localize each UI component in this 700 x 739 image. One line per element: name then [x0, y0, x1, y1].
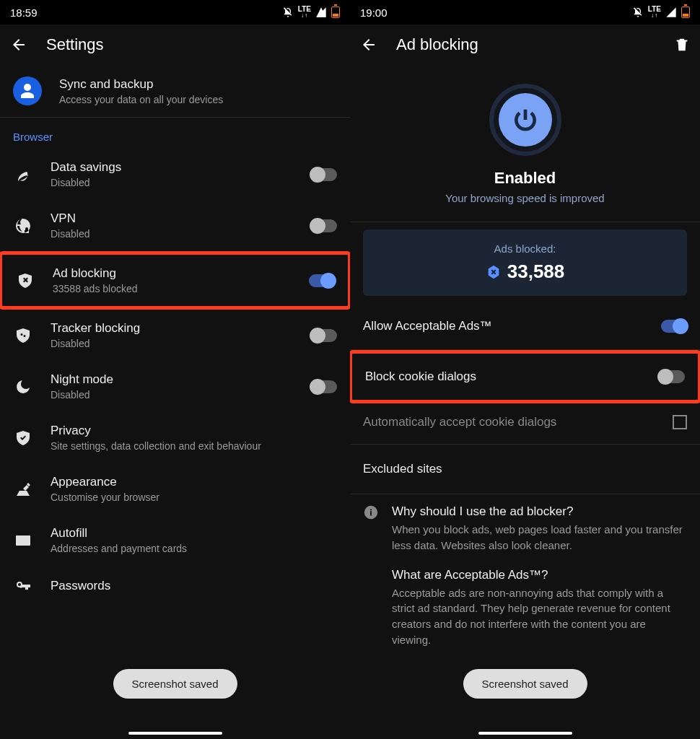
sync-title: Sync and backup: [59, 77, 337, 92]
signal-icon: [315, 6, 327, 18]
power-status: Enabled Your browsing speed is improved: [350, 65, 700, 222]
data-savings-toggle[interactable]: [311, 168, 337, 181]
excluded-sites-row[interactable]: Excluded sites: [350, 445, 700, 494]
enabled-title: Enabled: [350, 169, 700, 188]
info-acceptable: What are Acceptable Ads™? Acceptable ads…: [350, 564, 700, 658]
data-savings-row[interactable]: Data savingsDisabled: [0, 149, 350, 200]
dnd-icon: [282, 6, 294, 18]
tracker-toggle[interactable]: [311, 329, 337, 342]
globe-lock-icon: [14, 217, 32, 235]
power-button[interactable]: [489, 84, 561, 156]
vpn-row[interactable]: VPNDisabled: [0, 200, 350, 251]
block-cookie-row[interactable]: Block cookie dialogs: [352, 354, 698, 400]
dnd-icon: [632, 6, 644, 18]
ad-blocking-row[interactable]: Ad blocking33588 ads blocked: [2, 255, 348, 306]
paint-icon: [14, 481, 32, 498]
power-icon: [512, 106, 539, 134]
appearance-row[interactable]: AppearanceCustomise your browser: [0, 463, 350, 515]
signal-icon: [665, 6, 677, 18]
trash-icon[interactable]: [674, 37, 690, 53]
vpn-toggle[interactable]: [311, 219, 337, 232]
back-icon[interactable]: [360, 36, 377, 53]
status-icons: LTE↓↑: [282, 6, 340, 19]
header: Settings: [0, 25, 350, 65]
card-icon: [14, 532, 32, 549]
toast: Screenshot saved: [113, 669, 237, 699]
info-icon: [363, 504, 379, 520]
allow-acceptable-ads-row[interactable]: Allow Acceptable Ads™: [350, 303, 700, 349]
block-cookie-toggle[interactable]: [659, 370, 685, 383]
night-toggle[interactable]: [311, 380, 337, 393]
shield-check-icon: [14, 429, 32, 447]
shield-x-icon: [17, 272, 34, 289]
toast: Screenshot saved: [463, 669, 587, 699]
header: Ad blocking: [350, 25, 700, 65]
leaf-icon: [14, 166, 32, 183]
passwords-row[interactable]: Passwords: [0, 566, 350, 598]
nav-handle[interactable]: [478, 732, 572, 735]
auto-accept-checkbox: [673, 415, 687, 429]
clock: 18:59: [10, 6, 38, 19]
lte-icon: LTE↓↑: [648, 6, 661, 19]
autofill-row[interactable]: AutofillAddresses and payment cards: [0, 515, 350, 566]
tracker-row[interactable]: Tracker blockingDisabled: [0, 310, 350, 361]
stat-count: 33,588: [507, 261, 565, 283]
lte-icon: LTE↓↑: [298, 6, 311, 19]
clock: 19:00: [360, 6, 388, 19]
sync-row[interactable]: Sync and backup Access your data on all …: [0, 65, 350, 117]
ads-blocked-card: Ads blocked: 33,588: [363, 229, 687, 296]
avatar-icon: [13, 76, 42, 105]
ad-blocking-toggle[interactable]: [309, 274, 335, 287]
screen-settings: 18:59 LTE↓↑ Settings Sync and backup Acc…: [0, 0, 350, 739]
status-icons: LTE↓↑: [632, 6, 690, 19]
highlight-ad-blocking: Ad blocking33588 ads blocked: [0, 251, 350, 310]
auto-accept-row: Automatically accept cookie dialogs: [350, 403, 700, 444]
page-title: Settings: [46, 35, 104, 54]
nav-handle[interactable]: [128, 732, 222, 735]
status-bar: 19:00 LTE↓↑: [350, 0, 700, 25]
sync-sub: Access your data on all your devices: [59, 94, 337, 105]
battery-icon: [331, 6, 340, 18]
enabled-sub: Your browsing speed is improved: [350, 192, 700, 204]
status-bar: 18:59 LTE↓↑: [0, 0, 350, 25]
night-row[interactable]: Night modeDisabled: [0, 361, 350, 412]
privacy-row[interactable]: PrivacySite settings, data collection an…: [0, 412, 350, 463]
hex-x-icon: [486, 264, 502, 280]
key-icon: [14, 577, 32, 595]
moon-icon: [14, 378, 32, 395]
section-browser: Browser: [0, 118, 350, 149]
page-title: Ad blocking: [396, 35, 478, 54]
info-why: Why should I use the ad blocker? When yo…: [350, 494, 700, 564]
allow-ads-toggle[interactable]: [661, 320, 687, 333]
battery-icon: [681, 6, 690, 18]
shield-footprint-icon: [14, 327, 32, 344]
back-icon[interactable]: [10, 36, 27, 53]
screen-adblocking: 19:00 LTE↓↑ Ad blocking Enabled Your bro…: [350, 0, 700, 739]
stat-label: Ads blocked:: [372, 242, 678, 255]
highlight-block-cookie: Block cookie dialogs: [350, 350, 700, 403]
